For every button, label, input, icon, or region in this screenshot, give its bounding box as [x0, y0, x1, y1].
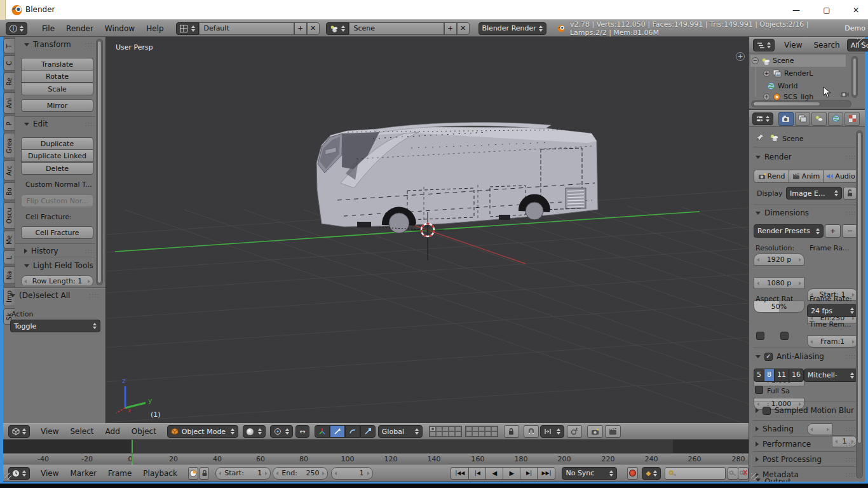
- active-keying-set-field[interactable]: [665, 467, 726, 480]
- panel-header-render[interactable]: Render::::: [756, 152, 856, 161]
- end-frame-field[interactable]: End:250: [273, 467, 328, 480]
- panel-header-performance[interactable]: Performance::::: [756, 440, 856, 449]
- render-anim-button[interactable]: Anim: [789, 170, 824, 183]
- resolution-x-field[interactable]: 1920 p: [754, 254, 804, 266]
- layout-name-field[interactable]: Default: [199, 22, 294, 35]
- expand-icon[interactable]: +: [763, 93, 770, 100]
- scene-add-button[interactable]: +: [444, 22, 457, 35]
- tab-render[interactable]: [778, 112, 794, 126]
- tab-texture[interactable]: [844, 112, 860, 126]
- editor-type-outliner[interactable]: [753, 39, 775, 51]
- mode-dropdown[interactable]: Object Mode: [167, 425, 238, 438]
- outliner-resize-grip[interactable]: [857, 38, 864, 44]
- prev-keyframe-button[interactable]: |◀: [468, 467, 486, 480]
- maximize-button[interactable]: ▢: [816, 3, 837, 17]
- panel-header-deselect-all[interactable]: (De)select All::::: [10, 291, 99, 300]
- scale-button[interactable]: Scale: [21, 83, 93, 95]
- translate-button[interactable]: Translate: [21, 58, 93, 71]
- delete-button[interactable]: Delete: [21, 162, 93, 175]
- panel-header-light-field-tools[interactable]: Light Field Tools: [24, 261, 99, 270]
- menu-help[interactable]: Help: [140, 21, 169, 36]
- expand-icon[interactable]: +: [763, 70, 770, 77]
- layout-add-button[interactable]: +: [294, 22, 307, 35]
- preset-add-button[interactable]: +: [825, 224, 841, 238]
- menu-view3d-view[interactable]: View: [35, 424, 64, 439]
- pivot-point-dropdown[interactable]: [270, 425, 293, 438]
- panel-header-sampled-motion-blur[interactable]: Sampled Motion Blur: [756, 406, 856, 415]
- pin-icon[interactable]: [756, 133, 764, 142]
- panel-header-transform[interactable]: Transform::::: [24, 40, 95, 49]
- current-frame-field[interactable]: 1: [331, 467, 373, 480]
- panel-header-history[interactable]: History::::: [24, 247, 95, 255]
- shelf-tab-l[interactable]: L: [3, 250, 15, 264]
- insert-keyframe-button[interactable]: [728, 467, 738, 480]
- jump-to-start-button[interactable]: |◀◀: [451, 467, 469, 480]
- shelf-tab-me[interactable]: Me: [3, 231, 15, 248]
- editor-type-3dview[interactable]: [8, 425, 30, 438]
- tab-render-layers[interactable]: [795, 112, 810, 126]
- frame-step-field[interactable]: Fram:1: [807, 336, 858, 348]
- shelf-tab-grease-pencil[interactable]: Grea: [3, 133, 15, 158]
- outliner-item-scene[interactable]: − Scene: [752, 55, 794, 67]
- timeline-track-area[interactable]: [3, 440, 749, 453]
- menu-view3d-select[interactable]: Select: [64, 424, 99, 439]
- shelf-tab-na[interactable]: Na: [3, 266, 15, 284]
- rotate-button[interactable]: Rotate: [21, 70, 93, 83]
- delete-keyframe-button[interactable]: [738, 467, 749, 480]
- shelf-tab-relations[interactable]: Re: [3, 72, 15, 90]
- layout-delete-button[interactable]: ✕: [307, 22, 320, 35]
- flip-custom-normals-button[interactable]: Flip Custom Nor...: [21, 194, 93, 207]
- panel-header-shading[interactable]: Shading::::: [756, 424, 856, 433]
- resolution-y-field[interactable]: 1080 p: [754, 277, 804, 289]
- antialiasing-checkbox[interactable]: ✓: [764, 353, 773, 361]
- render-engine-dropdown[interactable]: Blender Render: [478, 22, 546, 35]
- outliner-item-scs-light[interactable]: + SCS_ligh: [763, 92, 813, 101]
- snap-element-dropdown[interactable]: [540, 425, 564, 438]
- shelf-tab-animation[interactable]: Ani: [3, 92, 15, 114]
- manipulator-scale-toggle[interactable]: [360, 425, 376, 438]
- play-button[interactable]: ▶: [503, 467, 520, 480]
- outliner-hscrollbar[interactable]: [751, 100, 851, 107]
- manipulator-translate-toggle[interactable]: [330, 425, 345, 438]
- shelf-tab-arc[interactable]: Arc: [3, 160, 15, 180]
- opengl-render-button[interactable]: [587, 425, 603, 438]
- menu-view3d-add[interactable]: Add: [100, 424, 126, 439]
- menu-view3d-object[interactable]: Object: [126, 424, 162, 439]
- panel-header-output[interactable]: Output: [756, 477, 856, 482]
- panel-header-edit[interactable]: Edit::::: [24, 119, 95, 128]
- editor-type-timeline[interactable]: [8, 467, 30, 480]
- shelf-tab-tools[interactable]: T: [3, 38, 15, 53]
- jump-to-end-button[interactable]: ▶▶|: [537, 467, 555, 480]
- opengl-anim-button[interactable]: [605, 425, 621, 438]
- scene-browse-button[interactable]: [326, 22, 349, 35]
- render-still-button[interactable]: Rend: [754, 170, 789, 183]
- mirror-button[interactable]: Mirror: [21, 99, 93, 112]
- tool-shelf-scrollbar[interactable]: [96, 39, 103, 285]
- menu-timeline-frame[interactable]: Frame: [102, 466, 137, 481]
- scene-name-field[interactable]: Scene: [349, 22, 444, 35]
- manipulator-rotate-toggle[interactable]: [345, 425, 360, 438]
- close-button[interactable]: ✕: [845, 3, 867, 17]
- minimize-button[interactable]: —: [785, 3, 807, 17]
- menu-timeline-playback[interactable]: Playback: [137, 466, 183, 481]
- crop-checkbox[interactable]: [780, 332, 789, 340]
- full-sample-checkbox[interactable]: [755, 386, 763, 394]
- action-dropdown[interactable]: Toggle: [10, 320, 100, 332]
- outliner-item-world[interactable]: World: [767, 80, 798, 92]
- layout-browse-button[interactable]: [176, 22, 199, 35]
- snap-toggle-button[interactable]: [524, 425, 539, 438]
- sync-dropdown[interactable]: No Sync: [562, 467, 616, 480]
- next-keyframe-button[interactable]: ▶|: [520, 467, 538, 480]
- keying-set-dropdown[interactable]: ◆: [642, 467, 661, 480]
- start-frame-field[interactable]: Start:1: [215, 467, 271, 480]
- display-lock-button[interactable]: [843, 187, 857, 200]
- editor-type-selector[interactable]: i: [6, 22, 27, 35]
- preview-range-button[interactable]: [188, 467, 198, 480]
- shelf-tab-create[interactable]: C: [3, 55, 15, 71]
- shelf-tab-physics[interactable]: P: [3, 116, 15, 131]
- region-expand-plus-icon[interactable]: +: [736, 52, 745, 61]
- duplicate-linked-button[interactable]: Duplicate Linked: [21, 149, 93, 162]
- menu-timeline-marker[interactable]: Marker: [64, 466, 102, 481]
- menu-window[interactable]: Window: [99, 21, 140, 36]
- aa-samples-segment[interactable]: 5 8 11 16: [754, 369, 804, 382]
